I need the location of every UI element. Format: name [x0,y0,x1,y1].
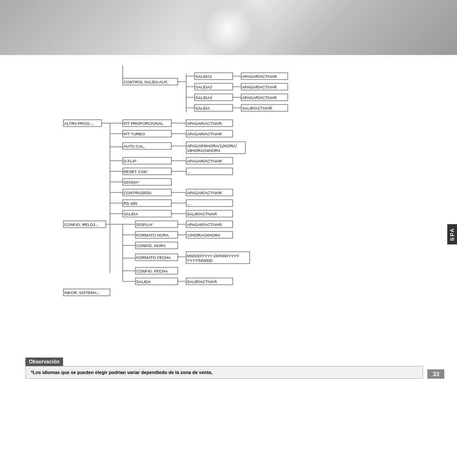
svg-text:...: ... [187,201,190,206]
svg-text:SALIDA: SALIDA [124,212,138,216]
svg-text:DISPLAY: DISPLAY [136,222,153,227]
svg-text:YYYY/MM/DD: YYYY/MM/DD [187,258,212,263]
svg-text:CONFIG. FECHA: CONFIG. FECHA [136,269,168,273]
observation-section: Observación *Los idiomas que se pueden e… [25,358,423,379]
svg-text:AUTO CAL.: AUTO CAL. [124,144,145,149]
svg-text:INFOR. SISTEMA...: INFOR. SISTEMA... [64,290,100,295]
svg-text:SALIR/ACTIVAR: SALIR/ACTIVAR [242,106,272,110]
svg-text:SALIDA1: SALIDA1 [195,74,212,79]
svg-text:MM/DD/YYYY DD/MM/YYYY: MM/DD/YYYY DD/MM/YYYY [187,253,239,258]
menu-tree-diagram: .label { font-family: Arial, sans-serif;… [30,66,432,353]
svg-text:CONTROL SALIDA AUX: CONTROL SALIDA AUX [124,80,168,84]
svg-text:FORMATO FECHA: FORMATO FECHA [136,255,171,260]
svg-text:SALIDA: SALIDA [136,279,151,284]
svg-text:IDIOMA*: IDIOMA* [124,180,140,184]
svg-text:APAGAR/ACTIVAR: APAGAR/ACTIVAR [242,85,277,89]
svg-text:SALIR/ACTIVAR: SALIR/ACTIVAR [187,212,217,216]
page-number: 33 [427,369,444,379]
svg-text:APAGAR/ACTIVAR: APAGAR/ACTIVAR [187,132,222,136]
svg-text:SALIDA3: SALIDA3 [195,95,212,100]
svg-text:FORMATO HORA: FORMATO HORA [136,233,169,237]
svg-text:P/T PROPORCIONAL: P/T PROPORCIONAL [124,121,163,126]
svg-text:D-FLIP: D-FLIP [124,159,136,163]
observation-text: *Los idiomas que se pueden elegir podría… [25,366,423,379]
svg-text:18HORA/24HORA: 18HORA/24HORA [187,148,220,153]
svg-text:CONFIG. RELOJ...: CONFIG. RELOJ... [64,222,99,227]
svg-text:APAGAR/ACTIVAR: APAGAR/ACTIVAR [187,121,222,126]
svg-text:SALIDA2: SALIDA2 [195,85,212,89]
svg-text:P/T TURBO: P/T TURBO [124,132,145,136]
svg-text:RS-485: RS-485 [124,201,137,206]
svg-text:RESET CÁM: RESET CÁM [124,169,147,174]
svg-text:SALIDA: SALIDA [195,106,210,110]
svg-text:SALIR/ACTIVAR: SALIR/ACTIVAR [187,279,217,284]
svg-text:APAGAR/ACTIVAR: APAGAR/ACTIVAR [187,159,222,163]
svg-text:12HORA/24HORA: 12HORA/24HORA [187,233,220,237]
svg-text:APAGAR/ACTIVAR: APAGAR/ACTIVAR [242,95,277,100]
svg-text:APAGAR/ACTIVAR: APAGAR/ACTIVAR [187,190,222,195]
svg-rect-62 [186,168,233,175]
svg-text:CONTRASEÑA: CONTRASEÑA [124,190,152,195]
svg-text:APAGAR/6HORA/12HORA/: APAGAR/6HORA/12HORA/ [187,143,237,148]
svg-text:CONFIG. HORA: CONFIG. HORA [136,243,166,248]
header-image [0,0,457,55]
observation-title: Observación [25,358,63,366]
svg-text:APAGAR/ACTIVAR: APAGAR/ACTIVAR [187,222,222,227]
svg-text:APAGAR/ACTIVAR: APAGAR/ACTIVAR [242,74,277,79]
svg-text:ALTRA PROG...: ALTRA PROG... [64,121,93,126]
svg-rect-77 [186,200,233,206]
svg-text:...: ... [187,169,190,174]
